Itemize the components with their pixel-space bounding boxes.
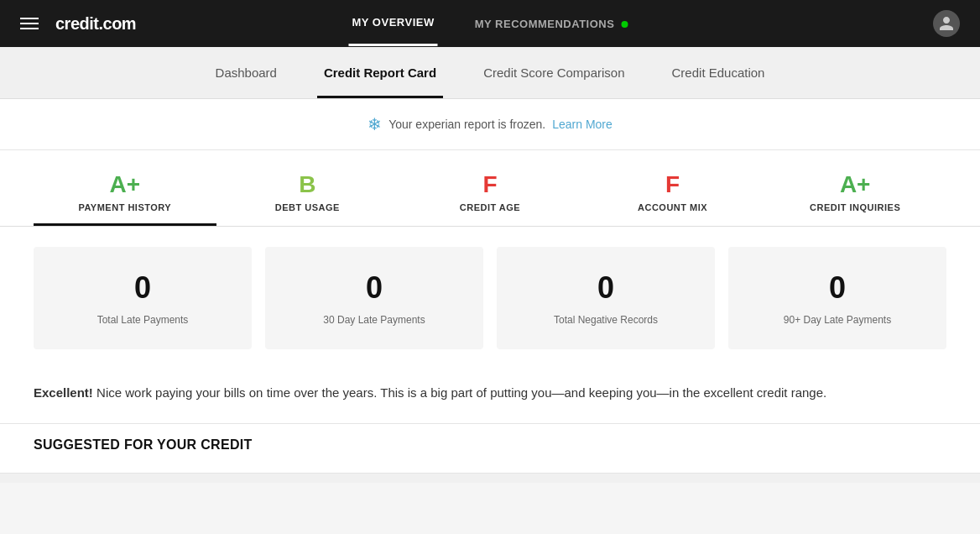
grade-credit-age-letter: F bbox=[482, 170, 497, 199]
sub-nav: Dashboard Credit Report Card Credit Scor… bbox=[0, 47, 980, 99]
logo[interactable]: credit.com bbox=[55, 14, 136, 34]
tab-credit-report-card-label: Credit Report Card bbox=[324, 65, 436, 80]
bottom-bar bbox=[0, 473, 980, 483]
nav-right bbox=[933, 10, 960, 37]
grades-section: A+ PAYMENT HISTORY B DEBT USAGE F CREDIT… bbox=[0, 150, 980, 227]
card-90-day-late-payments: 0 90+ Day Late Payments bbox=[728, 247, 946, 349]
total-late-payments-number: 0 bbox=[134, 270, 151, 306]
tab-dashboard-label: Dashboard bbox=[216, 65, 277, 80]
user-icon bbox=[938, 15, 955, 32]
nav-my-overview-label: MY OVERVIEW bbox=[352, 16, 434, 29]
tab-credit-report-card[interactable]: Credit Report Card bbox=[317, 47, 443, 98]
suggested-title: SUGGESTED FOR YOUR CREDIT bbox=[34, 437, 946, 453]
frozen-banner: ❄ Your experian report is frozen. Learn … bbox=[0, 99, 980, 150]
grade-debt-usage[interactable]: B DEBT USAGE bbox=[216, 170, 399, 226]
logo-suffix: .com bbox=[98, 14, 136, 33]
notification-dot bbox=[622, 21, 628, 28]
description-body: Nice work paying your bills on time over… bbox=[93, 385, 826, 400]
total-negative-records-label: Total Negative Records bbox=[554, 314, 658, 326]
snowflake-icon: ❄ bbox=[368, 114, 382, 134]
description-section: Excellent! Nice work paying your bills o… bbox=[0, 369, 980, 423]
description-bold: Excellent! bbox=[34, 385, 93, 400]
grade-debt-usage-label: DEBT USAGE bbox=[275, 202, 340, 212]
nav-center: MY OVERVIEW MY RECOMMENDATIONS bbox=[348, 1, 631, 46]
grade-credit-inquiries-label: CREDIT INQUIRIES bbox=[810, 202, 900, 212]
grade-credit-age[interactable]: F CREDIT AGE bbox=[399, 170, 581, 226]
90-day-late-payments-number: 0 bbox=[829, 270, 846, 306]
cards-section: 0 Total Late Payments 0 30 Day Late Paym… bbox=[0, 227, 980, 369]
suggested-section: SUGGESTED FOR YOUR CREDIT bbox=[0, 423, 980, 466]
tab-credit-education-label: Credit Education bbox=[672, 65, 765, 80]
logo-text: credit bbox=[55, 14, 98, 33]
card-total-late-payments: 0 Total Late Payments bbox=[34, 247, 252, 349]
grade-credit-age-label: CREDIT AGE bbox=[460, 202, 520, 212]
grade-account-mix[interactable]: F ACCOUNT MIX bbox=[581, 170, 764, 226]
total-late-payments-label: Total Late Payments bbox=[97, 314, 189, 326]
grade-debt-usage-letter: B bbox=[299, 170, 315, 199]
grade-credit-inquiries-letter: A+ bbox=[840, 170, 871, 199]
grade-payment-history-label: PAYMENT HISTORY bbox=[78, 202, 171, 212]
30-day-late-payments-number: 0 bbox=[366, 270, 383, 306]
frozen-message: Your experian report is frozen. bbox=[388, 118, 545, 131]
90-day-late-payments-label: 90+ Day Late Payments bbox=[784, 314, 891, 326]
grade-account-mix-label: ACCOUNT MIX bbox=[638, 202, 707, 212]
grade-payment-history[interactable]: A+ PAYMENT HISTORY bbox=[34, 170, 216, 226]
user-profile-button[interactable] bbox=[933, 10, 960, 37]
top-nav: credit.com MY OVERVIEW MY RECOMMENDATION… bbox=[0, 0, 980, 47]
total-negative-records-number: 0 bbox=[597, 270, 614, 306]
tab-dashboard[interactable]: Dashboard bbox=[209, 47, 284, 98]
grade-payment-history-letter: A+ bbox=[110, 170, 141, 199]
learn-more-link[interactable]: Learn More bbox=[552, 118, 612, 131]
nav-my-overview[interactable]: MY OVERVIEW bbox=[348, 1, 437, 46]
grade-account-mix-letter: F bbox=[665, 170, 680, 199]
main-content: ❄ Your experian report is frozen. Learn … bbox=[0, 99, 980, 483]
card-30-day-late-payments: 0 30 Day Late Payments bbox=[265, 247, 483, 349]
grade-credit-inquiries[interactable]: A+ CREDIT INQUIRIES bbox=[764, 170, 946, 226]
nav-my-recommendations-label: MY RECOMMENDATIONS bbox=[475, 18, 615, 30]
tab-credit-score-comparison[interactable]: Credit Score Comparison bbox=[477, 47, 631, 98]
card-total-negative-records: 0 Total Negative Records bbox=[497, 247, 715, 349]
nav-my-recommendations[interactable]: MY RECOMMENDATIONS bbox=[472, 3, 632, 45]
description-text: Excellent! Nice work paying your bills o… bbox=[34, 383, 946, 403]
30-day-late-payments-label: 30 Day Late Payments bbox=[323, 314, 425, 326]
hamburger-menu[interactable] bbox=[20, 18, 39, 29]
nav-left: credit.com bbox=[20, 14, 136, 34]
tab-credit-education[interactable]: Credit Education bbox=[665, 47, 772, 98]
tab-credit-score-comparison-label: Credit Score Comparison bbox=[483, 65, 624, 80]
